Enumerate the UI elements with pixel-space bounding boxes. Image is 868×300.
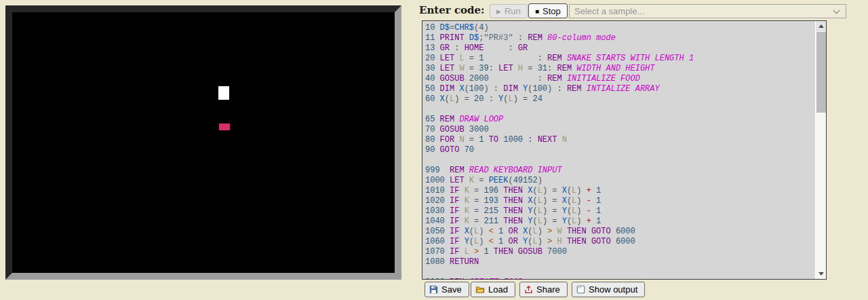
code-line[interactable]: 1060 IF Y(L) < 1 OR Y(L) > H THEN GOTO 6… xyxy=(425,237,815,247)
screen-canvas[interactable] xyxy=(12,12,395,273)
scrollbar-thumb[interactable] xyxy=(816,32,826,113)
food-pixel xyxy=(219,124,230,130)
code-line[interactable]: 1050 IF X(L) < 1 OR X(L) > W THEN GOTO 6… xyxy=(425,227,815,237)
show-output-button[interactable]: Show output xyxy=(572,282,645,297)
scroll-down-button[interactable] xyxy=(816,269,826,279)
sample-select[interactable]: Select a sample... xyxy=(569,4,846,18)
share-button[interactable]: Share xyxy=(519,282,568,297)
code-line[interactable]: 20 LET L = 1 : REM SNAKE STARTS WITH LEN… xyxy=(425,54,815,64)
code-line[interactable]: 70 GOSUB 3000 xyxy=(425,125,815,135)
editor-scrollbar[interactable] xyxy=(815,21,826,279)
arrow-up-icon xyxy=(818,24,824,28)
share-icon xyxy=(524,285,533,294)
stop-icon: ■ xyxy=(535,7,539,15)
code-line[interactable]: 1040 IF K = 211 THEN Y(L) = Y(L) + 1 xyxy=(425,217,815,227)
load-button-label: Load xyxy=(488,284,508,295)
code-line[interactable]: 999 REM READ KEYBOARD INPUT xyxy=(425,166,815,176)
code-line[interactable]: 80 FOR N = 1 TO 1000 : NEXT N xyxy=(425,135,815,145)
code-line[interactable]: 13 GR : HOME : GR xyxy=(425,43,815,54)
play-icon: ▶ xyxy=(496,8,501,15)
snake-pixel xyxy=(218,86,229,100)
save-button-label: Save xyxy=(441,284,462,295)
code-line[interactable]: 1080 RETURN xyxy=(425,257,815,267)
scroll-up-button[interactable] xyxy=(816,21,826,31)
code-line[interactable] xyxy=(425,267,815,278)
output-window-icon xyxy=(576,285,585,294)
sample-select-value: Select a sample... xyxy=(574,6,644,16)
share-button-label: Share xyxy=(536,284,560,295)
code-line[interactable]: 1030 IF K = 215 THEN Y(L) = Y(L) - 1 xyxy=(425,206,815,217)
code-line[interactable]: 10 D$=CHR$(4) xyxy=(425,23,815,33)
code-line[interactable]: 1010 IF K = 196 THEN X(L) = X(L) + 1 xyxy=(425,186,815,196)
code-line[interactable]: 65 REM DRAW LOOP xyxy=(425,115,815,125)
floppy-icon xyxy=(429,285,438,294)
code-line[interactable]: 1000 LET K = PEEK(49152) xyxy=(425,176,815,186)
code-line[interactable]: 1020 IF K = 193 THEN X(L) = X(L) - 1 xyxy=(425,196,815,206)
enter-code-label: Enter code: xyxy=(419,4,485,16)
show-output-button-label: Show output xyxy=(589,284,637,295)
code-editor[interactable]: 10 D$=CHR$(4)11 PRINT D$;"PR#3" : REM 80… xyxy=(422,20,827,280)
apple2-display-bezel xyxy=(5,5,401,280)
code-line[interactable]: 40 GOSUB 2000 : REM INITIALIZE FOOD xyxy=(425,74,815,84)
code-line[interactable]: 60 X(L) = 20 : Y(L) = 24 xyxy=(425,94,815,105)
stop-button-label: Stop xyxy=(542,6,561,16)
folder-icon xyxy=(475,285,485,294)
run-button[interactable]: ▶ Run xyxy=(490,4,528,18)
code-text[interactable]: 10 D$=CHR$(4)11 PRINT D$;"PR#3" : REM 80… xyxy=(422,21,815,279)
save-button[interactable]: Save xyxy=(425,282,469,297)
code-line[interactable]: 90 GOTO 70 xyxy=(425,145,815,155)
code-line[interactable]: 1070 IF L > 1 THEN GOSUB 7000 xyxy=(425,247,815,257)
code-line[interactable]: 11 PRINT D$;"PR#3" : REM 80-column mode xyxy=(425,33,815,43)
load-button[interactable]: Load xyxy=(471,282,515,297)
code-line[interactable] xyxy=(425,155,815,166)
chevron-down-icon xyxy=(833,7,840,14)
run-button-label: Run xyxy=(505,6,521,16)
code-line[interactable]: 2000 REM CREATE FOOD xyxy=(425,278,815,279)
code-line[interactable]: 50 DIM X(100) : DIM Y(100) : REM INTIALI… xyxy=(425,84,815,94)
code-line[interactable] xyxy=(425,105,815,115)
stop-button[interactable]: ■ Stop xyxy=(528,3,568,18)
arrow-down-icon xyxy=(818,272,824,276)
code-line[interactable]: 30 LET W = 39: LET H = 31: REM WIDTH AND… xyxy=(425,64,815,74)
